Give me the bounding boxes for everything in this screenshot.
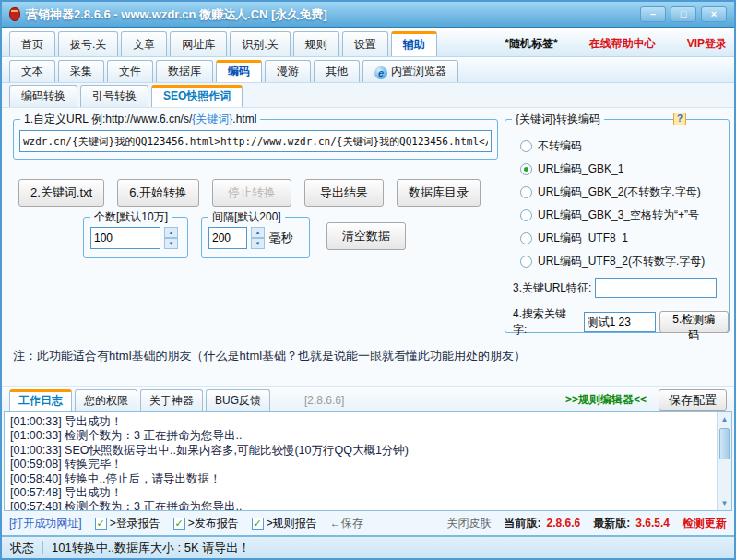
vip-login-link[interactable]: VIP登录 — [687, 36, 727, 52]
subtab-other[interactable]: 其他 — [314, 60, 360, 82]
scroll-up-icon[interactable]: ▲ — [718, 412, 731, 426]
nav-tab-rules[interactable]: 规则 — [293, 31, 339, 56]
nav-extra: *随机标签* 在线帮助中心 VIP登录 — [505, 36, 727, 56]
checkbox-checked-icon[interactable]: ✓ — [95, 518, 107, 530]
radio-selected-icon[interactable] — [520, 163, 532, 175]
online-help-link[interactable]: 在线帮助中心 — [589, 36, 656, 52]
subtab-roam[interactable]: 漫游 — [265, 60, 311, 82]
spin-down-icon[interactable]: ▼ — [251, 238, 265, 249]
codetab-quote-convert[interactable]: 引号转换 — [80, 85, 148, 107]
radio-label: 不转编码 — [538, 138, 582, 154]
radio-no-encode[interactable]: 不转编码 — [520, 138, 729, 154]
checkbox-label: >登录报告 — [110, 516, 160, 531]
tab-permissions[interactable]: 您的权限 — [75, 389, 137, 411]
publish-report-checkbox[interactable]: ✓>发布报告 — [173, 516, 239, 531]
url-feature-input[interactable] — [595, 278, 717, 298]
radio-gbk2[interactable]: URL编码_GBK_2(不转数字.字母) — [520, 185, 729, 200]
close-skin-link[interactable]: 关闭皮肤 — [447, 516, 492, 531]
detect-encode-button[interactable]: 5.检测编码 — [659, 311, 729, 333]
codetab-seo-snapshot[interactable]: SEO快照作词 — [151, 85, 243, 107]
maximize-icon[interactable]: □ — [671, 6, 696, 22]
nav-tab-urllib[interactable]: 网址库 — [170, 31, 227, 56]
scrollbar-thumb[interactable] — [719, 428, 730, 459]
tab-about[interactable]: 关于神器 — [140, 389, 203, 411]
custom-url-input[interactable] — [19, 130, 492, 152]
checkbox-checked-icon[interactable]: ✓ — [173, 518, 185, 530]
log-line: [00:59:08] 转换完毕！ — [10, 458, 713, 471]
keyword-encode-legend: {关键词}转换编码 — [512, 112, 604, 127]
sub-nav: 文本 采集 文件 数据库 编码 漫游 其他 e内置浏览器 — [2, 57, 734, 83]
interval-input[interactable] — [208, 227, 247, 249]
search-key-input[interactable] — [584, 312, 656, 332]
clear-data-button[interactable]: 清空数据 — [326, 222, 406, 250]
stop-convert-button[interactable]: 停止转换 — [212, 179, 291, 207]
radio-label: URL编码_GBK_3_空格转为“+”号 — [538, 208, 699, 223]
action-buttons: 2.关键词.txt 6.开始转换 停止转换 导出结果 数据库目录 — [18, 179, 481, 207]
close-icon[interactable]: × — [701, 6, 727, 22]
minimize-icon[interactable]: – — [640, 6, 666, 22]
url-feature-row: 3.关键URL特征: — [513, 278, 729, 298]
nav-tab-settings[interactable]: 设置 — [342, 31, 388, 56]
nav-tab-assist[interactable]: 辅助 — [391, 31, 437, 56]
radio-gbk1[interactable]: URL编码_GBK_1 — [520, 161, 729, 177]
count-stepper[interactable]: ▲▼ — [164, 227, 178, 249]
subtab-file[interactable]: 文件 — [107, 60, 153, 82]
nav-tab-home[interactable]: 首页 — [9, 31, 55, 56]
start-convert-button[interactable]: 6.开始转换 — [117, 179, 199, 207]
log-scrollbar[interactable]: ▲ ▼ — [717, 412, 731, 510]
interval-stepper[interactable]: ▲▼ — [251, 227, 265, 249]
spin-up-icon[interactable]: ▲ — [164, 227, 178, 238]
rule-editor-link[interactable]: >>规则编辑器<< — [565, 392, 647, 408]
radio-icon[interactable] — [520, 186, 532, 198]
subtab-browser[interactable]: e内置浏览器 — [362, 60, 458, 82]
export-result-button[interactable]: 导出结果 — [304, 179, 384, 207]
log-line: [01:00:33] 检测个数为：3 正在拼命为您导出.. — [10, 429, 713, 443]
log-line: [01:00:33] 导出成功！ — [10, 415, 713, 429]
radio-utf8-2[interactable]: URL编码_UTF8_2(不转数字.字母) — [520, 254, 729, 269]
subtab-database[interactable]: 数据库 — [156, 60, 213, 82]
radio-icon[interactable] — [520, 232, 532, 244]
codetab-encode-convert[interactable]: 编码转换 — [9, 85, 77, 107]
radio-gbk3[interactable]: URL编码_GBK_3_空格转为“+”号 — [520, 208, 729, 223]
window-controls: – □ × — [640, 6, 727, 22]
login-report-checkbox[interactable]: ✓>登录报告 — [95, 516, 160, 531]
checkbox-checked-icon[interactable]: ✓ — [252, 518, 264, 530]
spin-down-icon[interactable]: ▼ — [164, 238, 178, 249]
log-line: [00:57:48] 导出成功！ — [10, 486, 713, 500]
encode-options: 不转编码 URL编码_GBK_1 URL编码_GBK_2(不转数字.字母) UR… — [505, 120, 729, 269]
radio-icon[interactable] — [520, 209, 532, 221]
tab-work-log[interactable]: 工作日志 — [9, 389, 72, 411]
subtab-text[interactable]: 文本 — [9, 60, 55, 82]
nav-tab-dial[interactable]: 拨号.关 — [58, 31, 118, 56]
radio-utf8-1[interactable]: URL编码_UTF8_1 — [520, 231, 729, 246]
latest-version-label: 最新版: — [593, 516, 630, 531]
open-success-url-link[interactable]: [打开成功网址] — [9, 516, 82, 531]
subtab-encode[interactable]: 编码 — [216, 60, 262, 82]
keywords-txt-button[interactable]: 2.关键词.txt — [18, 179, 104, 207]
save-config-button[interactable]: 保存配置 — [659, 389, 727, 411]
scrollbar-track[interactable] — [718, 461, 731, 496]
subtab-collect[interactable]: 采集 — [58, 60, 104, 82]
status-divider — [42, 541, 43, 554]
rule-report-checkbox[interactable]: ✓>规则报告 — [252, 516, 317, 531]
database-dir-button[interactable]: 数据库目录 — [397, 179, 481, 207]
count-group-label: 个数[默认10万] — [90, 209, 172, 225]
custom-url-group: 1.自定义URL 例:http://www.6.cn/s/{关键词}.html — [13, 119, 498, 160]
work-log-panel[interactable]: [01:00:33] 导出成功！ [01:00:33] 检测个数为：3 正在拼命… — [4, 411, 732, 511]
interval-unit-label: 毫秒 — [269, 230, 293, 246]
spin-up-icon[interactable]: ▲ — [251, 227, 265, 238]
radio-icon[interactable] — [520, 256, 532, 268]
window-title: 营销神器2.8.6.6 - www.wzdr.cn 微赚达人.CN [永久免费] — [26, 6, 327, 23]
search-key-label: 4.搜索关键字: — [513, 306, 580, 338]
nav-tab-recognize[interactable]: 识别.关 — [230, 31, 290, 56]
main-nav: 首页 拨号.关 文章 网址库 识别.关 规则 设置 辅助 *随机标签* 在线帮助… — [2, 28, 734, 57]
custom-url-legend-suffix: .html — [232, 113, 256, 125]
tab-bug-report[interactable]: BUG反馈 — [206, 389, 270, 411]
check-update-link[interactable]: 检测更新 — [683, 516, 727, 531]
count-input[interactable] — [90, 227, 160, 249]
status-bar: 状态 101转换中..数据库大小 : 5K 请导出！ — [2, 535, 734, 558]
help-icon[interactable]: ? — [673, 113, 686, 125]
scroll-down-icon[interactable]: ▼ — [718, 496, 731, 510]
radio-icon[interactable] — [520, 140, 532, 152]
nav-tab-article[interactable]: 文章 — [121, 31, 167, 56]
